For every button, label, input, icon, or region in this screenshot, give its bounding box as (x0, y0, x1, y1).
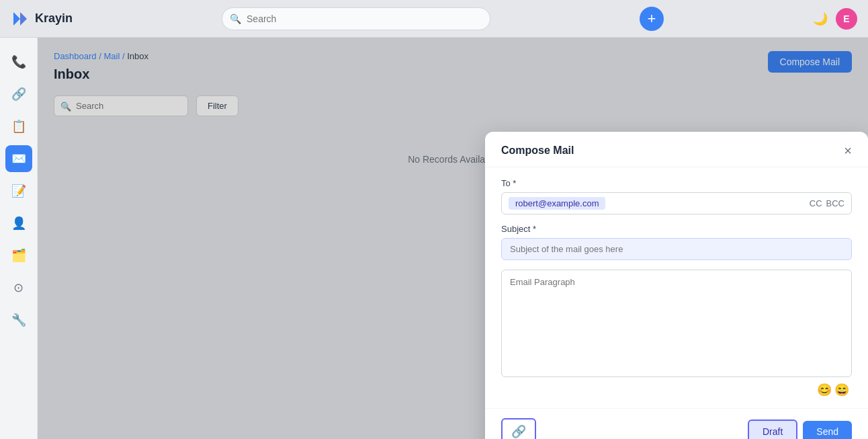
emoji-icon-1[interactable]: 😊 (817, 383, 832, 397)
modal-header: Compose Mail × (485, 132, 868, 167)
search-icon: 🔍 (230, 13, 241, 24)
logo-icon (11, 9, 30, 28)
attach-button[interactable]: 🔗 (501, 418, 536, 439)
to-label: To * (501, 178, 852, 188)
cc-button[interactable]: CC (810, 198, 822, 208)
layout: 📞 🔗 📋 ✉️ 📝 👤 🗂️ ⊙ 🔧 Dashboard / Mail / I… (0, 38, 868, 439)
modal-footer: 🔗 Draft Send (485, 408, 868, 439)
sidebar-item-person[interactable]: 👤 (5, 210, 32, 237)
modal-title: Compose Mail (501, 145, 574, 157)
sidebar-item-tasks[interactable]: 📋 (5, 113, 32, 140)
search-input[interactable] (222, 7, 490, 30)
to-chip[interactable]: robert@example.com (509, 197, 605, 210)
draft-button[interactable]: Draft (748, 420, 797, 439)
modal-body: To * robert@example.com CC BCC Subject *… (485, 167, 868, 408)
body-textarea[interactable] (501, 270, 852, 377)
theme-toggle-button[interactable]: 🌙 (813, 11, 828, 26)
textarea-icons: 😊 😄 (501, 383, 852, 397)
add-button[interactable]: + (640, 7, 664, 31)
logo: Krayin (11, 9, 73, 28)
main-content: Dashboard / Mail / Inbox Inbox Compose M… (38, 38, 868, 439)
sidebar-item-archive[interactable]: 🗂️ (5, 242, 32, 269)
footer-right: Draft Send (748, 420, 852, 439)
sidebar-item-clipboard[interactable]: 📝 (5, 177, 32, 204)
avatar[interactable]: E (836, 8, 857, 30)
subject-input[interactable] (501, 238, 852, 260)
topbar-right: 🌙 E (813, 8, 857, 30)
sidebar-item-settings[interactable]: 🔧 (5, 307, 32, 333)
search-bar: 🔍 (222, 7, 490, 30)
modal-close-button[interactable]: × (844, 144, 852, 157)
send-button[interactable]: Send (803, 421, 852, 439)
svg-marker-1 (20, 12, 27, 26)
topbar: Krayin 🔍 + 🌙 E (0, 0, 868, 38)
svg-marker-0 (13, 12, 20, 26)
to-field-row: robert@example.com CC BCC (501, 192, 852, 214)
subject-label: Subject * (501, 224, 852, 234)
compose-mail-modal: Compose Mail × To * robert@example.com C… (485, 132, 868, 439)
bcc-button[interactable]: BCC (826, 198, 844, 208)
sidebar: 📞 🔗 📋 ✉️ 📝 👤 🗂️ ⊙ 🔧 (0, 38, 38, 439)
sidebar-item-phone[interactable]: 📞 (5, 48, 32, 75)
emoji-icon-2[interactable]: 😄 (834, 383, 849, 397)
cc-bcc-container: CC BCC (810, 198, 844, 208)
sidebar-item-mail[interactable]: ✉️ (5, 145, 32, 172)
attach-icon: 🔗 (511, 424, 526, 439)
sidebar-item-monitor[interactable]: ⊙ (5, 274, 32, 301)
sidebar-item-contacts[interactable]: 🔗 (5, 81, 32, 108)
app-name: Krayin (35, 11, 73, 26)
